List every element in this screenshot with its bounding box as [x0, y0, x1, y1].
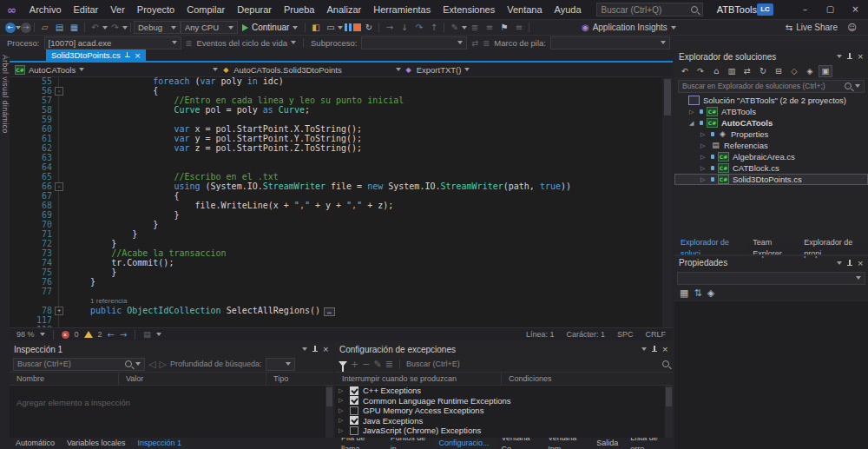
process-dropdown[interactable]: [10070] acad.exe: [44, 36, 181, 50]
code-line[interactable]: 59: [10, 115, 662, 124]
save-icon[interactable]: ▤: [52, 23, 67, 32]
fold-column[interactable]: -: [52, 182, 66, 191]
code-line[interactable]: 60var x = pol.StartPoint.X.ToString();: [10, 124, 662, 134]
tree-item[interactable]: ◢C#AutoCATools: [674, 117, 868, 129]
fold-column[interactable]: [52, 201, 66, 210]
code-line[interactable]: 76}: [10, 277, 662, 287]
code-line[interactable]: 70}: [10, 220, 662, 229]
navigate-forward-icon[interactable]: →: [21, 23, 31, 33]
exception-panel-header[interactable]: Configuración de excepciones ×: [335, 342, 673, 356]
stop-debugging-icon[interactable]: [353, 23, 361, 31]
close-tab-icon[interactable]: ×: [135, 51, 141, 60]
fold-column[interactable]: [52, 96, 66, 105]
exceptions-tab-5[interactable]: Salida: [590, 438, 624, 449]
column-break-when[interactable]: Interrumpir cuando se produzcan: [335, 373, 502, 385]
code-line[interactable]: 72}: [10, 239, 662, 248]
zoom-level[interactable]: 98 %: [16, 330, 35, 339]
fold-column[interactable]: [52, 172, 66, 182]
home-icon[interactable]: ⌂: [709, 66, 723, 76]
exception-row[interactable]: ▷Common Language Runtime Exceptions: [335, 396, 673, 406]
code-line[interactable]: 56-{: [10, 86, 662, 96]
tree-item[interactable]: ▷C#CATBlock.cs: [674, 162, 868, 174]
edit-icon[interactable]: ✎: [373, 359, 381, 370]
expander-icon[interactable]: ▷: [689, 109, 696, 116]
fold-column[interactable]: [52, 134, 66, 143]
user-avatar[interactable]: LC: [757, 3, 773, 16]
code-line[interactable]: 75}: [10, 267, 662, 277]
pin-icon[interactable]: [845, 259, 853, 267]
close-panel-icon[interactable]: ×: [322, 345, 329, 353]
add-icon[interactable]: +: [351, 359, 358, 370]
code-line[interactable]: 68file.WriteLine(x + "," + y + "," + z);: [10, 201, 662, 210]
fold-column[interactable]: [52, 124, 66, 134]
break-all-icon[interactable]: [345, 23, 347, 31]
solution-platform-dropdown[interactable]: Any CPU: [181, 21, 238, 34]
code-line[interactable]: 74tr.Commit();: [10, 258, 662, 267]
comment-icon[interactable]: ≡: [511, 23, 526, 32]
tag-icon[interactable]: ▤: [143, 330, 151, 339]
exception-checkbox[interactable]: [350, 406, 358, 415]
navigate-fwd-icon[interactable]: →: [120, 330, 127, 340]
breadcrumb-project[interactable]: C# AutoCATools: [15, 65, 84, 75]
menu-item-herramientas[interactable]: Herramientas: [367, 0, 437, 19]
redo-icon[interactable]: ↷: [108, 23, 122, 32]
list-icon[interactable]: ≣: [385, 359, 393, 370]
code-line[interactable]: 71}: [10, 229, 662, 239]
watch-search-box[interactable]: Buscar (Ctrl+E): [13, 358, 145, 371]
fold-expand-icon[interactable]: +: [55, 307, 63, 315]
pin-icon[interactable]: [845, 52, 853, 61]
code-line[interactable]: 77: [10, 287, 662, 296]
solution-search-box[interactable]: Buscar en Explorador de soluciones (Ctrl…: [678, 80, 865, 93]
document-tab-active[interactable]: Solid3DtoPoints.cs ×: [46, 50, 146, 61]
code-line[interactable]: 73//Acabe la transaccion: [10, 248, 662, 258]
restart-icon[interactable]: ↻: [361, 23, 376, 32]
scrollbar-thumb[interactable]: [664, 79, 671, 116]
exception-row[interactable]: ▷C++ Exceptions: [335, 386, 673, 396]
menu-item-proyecto[interactable]: Proyecto: [131, 0, 181, 19]
sol-forward-icon[interactable]: ↷: [694, 66, 707, 76]
code-line[interactable]: 64: [10, 162, 662, 172]
show-all-files-icon[interactable]: ▣: [819, 65, 832, 77]
window-position-icon[interactable]: [837, 261, 842, 265]
fold-column[interactable]: +: [52, 306, 66, 315]
solution-configuration-dropdown[interactable]: Debug: [134, 21, 181, 34]
navigate-backward-icon[interactable]: ←: [5, 23, 16, 33]
exception-checkbox[interactable]: [350, 396, 358, 405]
categorized-icon[interactable]: ▦: [680, 287, 688, 299]
tree-item[interactable]: ▷◈Properties: [674, 129, 868, 140]
exception-search-placeholder[interactable]: Buscar (Ctrl+E): [406, 360, 659, 368]
flag-threads-icon[interactable]: ⇄: [471, 38, 478, 48]
exception-row[interactable]: ▷Java Exceptions: [335, 416, 673, 426]
exception-row[interactable]: ▷GPU Memory Access Exceptions: [335, 406, 673, 416]
expander-icon[interactable]: ▷: [339, 397, 345, 404]
error-icon[interactable]: [62, 331, 69, 339]
code-line[interactable]: 55foreach (var poly in idc): [10, 76, 662, 86]
expander-icon[interactable]: ▷: [339, 427, 345, 434]
code-line[interactable]: 69}: [10, 210, 662, 220]
expander-icon[interactable]: ▷: [339, 387, 345, 394]
watch-tab-0[interactable]: Automático: [10, 438, 61, 449]
watch-scrollbar[interactable]: [326, 386, 333, 438]
tree-item[interactable]: Solución "ATBTools" (2 de 2 proyectos): [674, 95, 868, 106]
remove-icon[interactable]: −: [362, 359, 370, 370]
thread-dropdown[interactable]: [361, 36, 467, 50]
menu-item-prueba[interactable]: Prueba: [278, 0, 320, 19]
menu-item-editar[interactable]: Editar: [68, 0, 105, 19]
expander-icon[interactable]: ▷: [700, 142, 707, 149]
column-value[interactable]: Valor: [119, 373, 266, 385]
expander-icon[interactable]: ▷: [700, 154, 707, 161]
open-folder-icon[interactable]: ▱: [37, 23, 52, 32]
menu-item-ayuda[interactable]: Ayuda: [549, 0, 588, 19]
fold-column[interactable]: [52, 191, 66, 201]
menu-item-ventana[interactable]: Ventana: [501, 0, 548, 19]
live-share-button[interactable]: ⇆ Live Share: [786, 23, 838, 32]
search-depth-dropdown[interactable]: [266, 358, 295, 371]
menu-item-analizar[interactable]: Analizar: [320, 0, 367, 19]
search-icon[interactable]: [662, 360, 669, 367]
expander-icon[interactable]: ▷: [700, 165, 707, 172]
exception-checkbox[interactable]: [350, 416, 358, 425]
step-out-icon[interactable]: ↑: [426, 23, 441, 32]
preview-icon[interactable]: ◇: [787, 66, 801, 76]
properties-icon[interactable]: ◈: [803, 66, 817, 76]
fold-collapse-icon[interactable]: -: [55, 87, 63, 96]
